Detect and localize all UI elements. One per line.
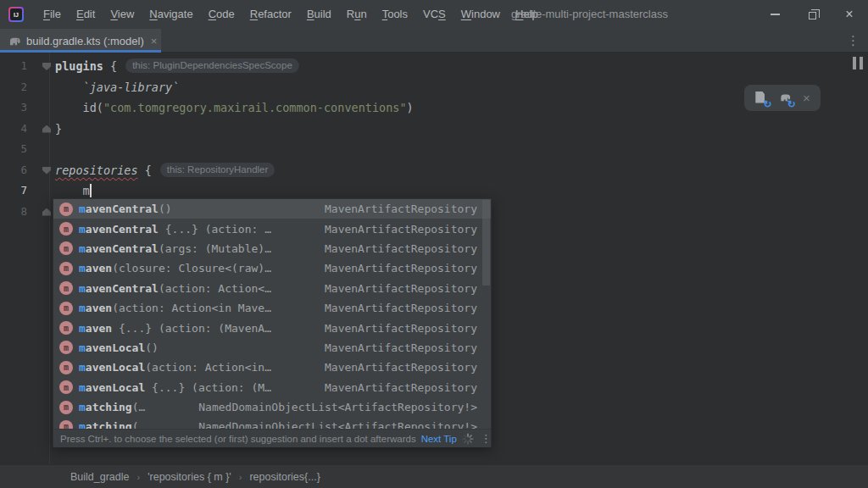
completion-item[interactable]: mmaven(closure: Closure<(raw)…MavenArtif… (53, 258, 491, 278)
close-button[interactable]: × (831, 0, 868, 29)
line-number: 4 (0, 119, 27, 140)
code-line-3: 3 id("com.tomgregory.maxirail.common-con… (0, 97, 868, 119)
gradle-sync-toolbar: ↻ ↻ × (744, 85, 821, 111)
method-params: (… (132, 420, 146, 429)
breadcrumb-separator: › (239, 472, 242, 482)
pause-bar (860, 57, 863, 69)
completion-item[interactable]: mmatching(…NamedDomainObjectList<Artifac… (53, 417, 491, 429)
method-icon: m (59, 401, 73, 414)
code-completion-popup: mmavenCentral()MavenArtifactRepositorymm… (53, 198, 492, 446)
popup-scrollbar[interactable] (482, 200, 490, 286)
menu-item-view[interactable]: View (103, 0, 142, 29)
inlay-hint: this: RepositoryHandler (160, 163, 275, 177)
menu-item-window[interactable]: Window (453, 0, 508, 29)
pause-icon[interactable] (853, 57, 863, 69)
line-number: 7 (0, 180, 27, 202)
completion-item[interactable]: mmaven {...} (action: (MavenA…MavenArtif… (53, 318, 491, 337)
match-prefix: m (79, 223, 86, 236)
method-name: aven (86, 302, 112, 314)
menu-item-refactor[interactable]: Refactor (242, 0, 299, 29)
menu-item-edit[interactable]: Edit (69, 0, 103, 29)
line-number: 3 (0, 97, 27, 119)
method-params: (… (132, 401, 146, 413)
fold-up-icon[interactable] (42, 125, 51, 133)
tab-build-gradle-kts[interactable]: build.gradle.kts (:model) × (0, 29, 161, 53)
method-icon: m (59, 302, 73, 315)
code-text: id("com.tomgregory.maxirail.common-conve… (55, 97, 414, 119)
menu-item-tools[interactable]: Tools (375, 0, 415, 29)
return-type: MavenArtifactRepository (316, 282, 477, 295)
line-number: 2 (0, 77, 27, 98)
method-params: {...} (action: … (159, 223, 271, 236)
method-name: atching (86, 401, 132, 413)
fold-down-icon[interactable] (42, 63, 51, 70)
match-prefix: m (79, 322, 86, 335)
window-title: gradle-multi-project-masterclass (511, 0, 668, 29)
sync-arrows-icon: ↻ (787, 99, 796, 109)
menu-item-vcs[interactable]: VCS (415, 0, 453, 29)
tab-options-kebab-icon[interactable]: ⋮ (847, 32, 860, 49)
menu-item-navigate[interactable]: Navigate (142, 0, 200, 29)
next-tip-link[interactable]: Next Tip (421, 434, 457, 444)
method-params: {...} (action: (MavenA… (112, 322, 271, 335)
restore-button[interactable] (793, 0, 831, 29)
return-type: MavenArtifactRepository (316, 381, 477, 394)
match-prefix: m (79, 401, 86, 413)
return-type: MavenArtifactRepository (316, 341, 477, 354)
code-line-2: 2 `java-library` (0, 77, 868, 98)
return-type: NamedDomainObjectList<ArtifactRepository… (190, 420, 477, 429)
breadcrumb: Build_gradle›'repositories { m }'›reposi… (0, 464, 868, 488)
menu-bar: FileEditViewNavigateCodeRefactorBuildRun… (36, 0, 546, 29)
completion-item[interactable]: mmaven(action: Action<in Mave…MavenArtif… (53, 298, 491, 318)
completion-list: mmavenCentral()MavenArtifactRepositorymm… (53, 199, 491, 429)
menu-item-file[interactable]: File (36, 0, 69, 29)
fold-down-icon[interactable] (42, 167, 51, 175)
match-prefix: m (79, 302, 86, 314)
gradle-elephant-icon (8, 36, 21, 47)
method-params: (args: (Mutable)… (159, 242, 271, 255)
minimize-button[interactable] (756, 0, 793, 29)
method-name: avenCentral (86, 223, 159, 236)
close-icon: × (845, 8, 853, 21)
code-text: } (55, 119, 62, 140)
menu-item-code[interactable]: Code (201, 0, 242, 29)
method-params: (action: Action<in Mave… (112, 302, 271, 314)
method-icon: m (59, 321, 73, 335)
breadcrumb-item[interactable]: 'repositories { m }' (147, 471, 231, 483)
line-number: 6 (0, 160, 27, 181)
completion-item[interactable]: mmavenLocal {...} (action: (M…MavenArtif… (53, 378, 491, 397)
tab-close-icon[interactable]: × (151, 35, 158, 47)
popup-options-kebab-icon[interactable]: ⋮ (481, 433, 492, 444)
method-name: avenLocal (86, 341, 145, 354)
completion-item[interactable]: mmavenLocal(action: Action<in…MavenArtif… (53, 358, 491, 377)
method-params: (action: Action<in… (145, 361, 271, 374)
match-prefix: m (79, 282, 86, 295)
completion-item[interactable]: mmavenCentral()MavenArtifactRepository (53, 199, 491, 219)
fold-up-icon[interactable] (42, 208, 51, 216)
return-type: MavenArtifactRepository (316, 242, 477, 255)
line-number: 8 (0, 202, 27, 223)
code-segment: "com.tomgregory.maxirail.common-conventi… (103, 101, 407, 114)
breadcrumb-item[interactable]: Build_gradle (70, 471, 130, 483)
code-segment: `java-library` (83, 80, 180, 94)
code-segment: plugins (55, 59, 103, 73)
completion-item[interactable]: mmavenCentral {...} (action: …MavenArtif… (53, 219, 491, 238)
completion-item[interactable]: mmavenCentral(args: (Mutable)…MavenArtif… (53, 239, 491, 258)
method-icon: m (59, 341, 73, 354)
code-line-1: 1plugins {this: PluginDependenciesSpecSc… (0, 56, 868, 77)
menu-item-build[interactable]: Build (299, 0, 339, 29)
method-params: (closure: Closure<(raw)… (112, 262, 271, 274)
load-gradle-changes-button[interactable]: ↻ (754, 92, 768, 105)
completion-item[interactable]: mmatching(…NamedDomainObjectList<Artifac… (53, 397, 491, 417)
reload-gradle-project-button[interactable]: ↻ (779, 92, 793, 105)
pause-bar (853, 57, 856, 69)
dismiss-toolbar-button[interactable]: × (803, 92, 810, 104)
inlay-hint: this: PluginDependenciesSpecScope (125, 58, 299, 73)
completion-item[interactable]: mmavenLocal()MavenArtifactRepository (53, 338, 491, 358)
breadcrumb-item[interactable]: repositories{...} (249, 471, 320, 483)
line-number: 5 (0, 139, 27, 160)
breadcrumb-separator: › (137, 472, 141, 482)
completion-item[interactable]: mmavenCentral(action: Action<…MavenArtif… (53, 279, 491, 298)
title-bar: FileEditViewNavigateCodeRefactorBuildRun… (0, 0, 868, 29)
menu-item-run[interactable]: Run (339, 0, 375, 29)
